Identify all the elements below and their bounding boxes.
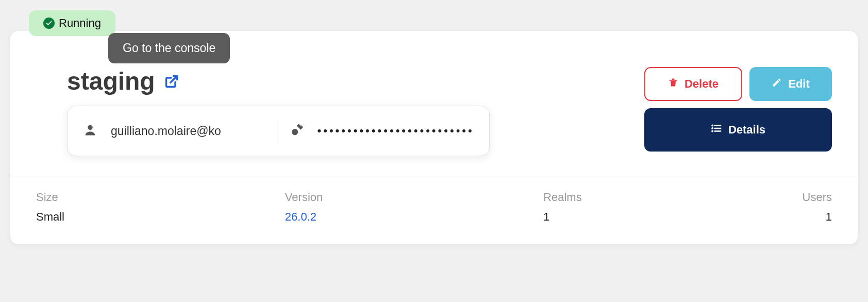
actions-row: Delete Edit bbox=[644, 67, 832, 101]
users-label: Users bbox=[803, 191, 832, 204]
realms-label: Realms bbox=[543, 191, 582, 204]
user-icon bbox=[83, 123, 97, 139]
details-button[interactable]: Details bbox=[644, 108, 832, 152]
instance-name: staging bbox=[67, 67, 155, 95]
trash-icon bbox=[668, 77, 678, 91]
title-section: staging g bbox=[67, 67, 624, 156]
stat-realms: Realms 1 bbox=[543, 191, 582, 224]
external-link-icon[interactable] bbox=[164, 74, 179, 89]
instance-card: Running Go to the console staging bbox=[10, 31, 858, 244]
svg-point-7 bbox=[712, 125, 713, 126]
size-value: Small bbox=[36, 210, 64, 224]
delete-label: Delete bbox=[685, 77, 719, 91]
actions-column: Delete Edit bbox=[644, 67, 832, 152]
status-label: Running bbox=[59, 16, 101, 30]
console-tooltip: Go to the console bbox=[108, 33, 230, 63]
svg-point-2 bbox=[292, 129, 297, 135]
edit-button[interactable]: Edit bbox=[749, 67, 832, 101]
details-label: Details bbox=[728, 123, 765, 137]
edit-label: Edit bbox=[788, 77, 810, 91]
key-icon bbox=[291, 123, 304, 139]
users-value: 1 bbox=[803, 210, 832, 224]
svg-point-8 bbox=[712, 128, 713, 129]
svg-point-9 bbox=[712, 131, 713, 132]
credentials-box: guilliano.molaire@ko •••••••••••••••••••… bbox=[67, 106, 490, 156]
stat-users: Users 1 bbox=[803, 191, 832, 224]
status-badge: Running bbox=[29, 10, 115, 36]
version-label: Version bbox=[285, 191, 323, 204]
stat-version: Version 26.0.2 bbox=[285, 191, 323, 224]
stat-size: Size Small bbox=[36, 191, 64, 224]
password-section[interactable]: •••••••••••••••••••••••••• bbox=[277, 123, 474, 139]
check-circle-icon bbox=[43, 18, 55, 29]
card-footer: Size Small Version 26.0.2 Realms 1 Users… bbox=[10, 177, 858, 244]
size-label: Size bbox=[36, 191, 64, 204]
username-section[interactable]: guilliano.molaire@ko bbox=[83, 123, 277, 139]
username-value: guilliano.molaire@ko bbox=[111, 124, 221, 138]
password-mask: •••••••••••••••••••••••••• bbox=[318, 124, 474, 138]
list-icon bbox=[711, 123, 722, 137]
delete-button[interactable]: Delete bbox=[644, 67, 742, 101]
pencil-icon bbox=[772, 77, 782, 91]
version-value[interactable]: 26.0.2 bbox=[285, 210, 323, 224]
title-row: staging bbox=[67, 67, 624, 95]
realms-value: 1 bbox=[543, 210, 582, 224]
svg-point-1 bbox=[88, 125, 92, 130]
